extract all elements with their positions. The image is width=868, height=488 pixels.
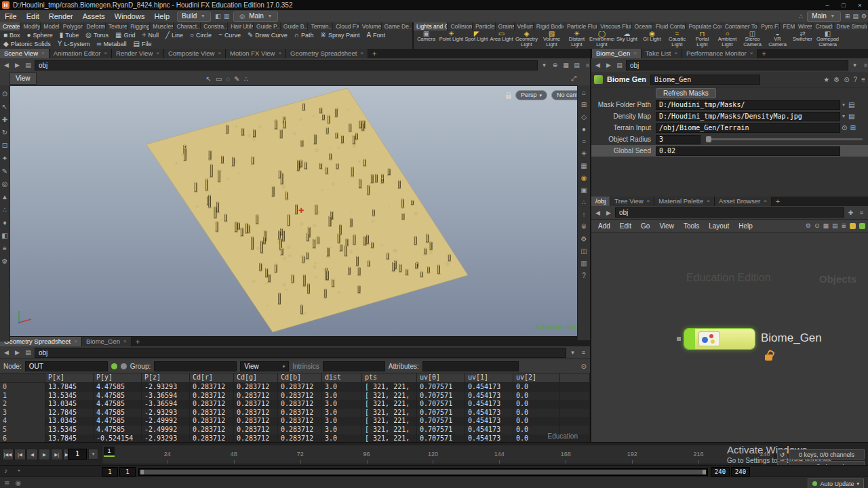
op-chooser-icon[interactable]: ⊙ [840, 124, 848, 131]
list-icon[interactable]: ≣ [841, 222, 846, 229]
sticky-note-icon[interactable] [850, 223, 856, 229]
shelf-tool-torus[interactable]: ◎Torus [82, 30, 112, 39]
shelf-tool-stereo-camera[interactable]: ◫Stereo Camera [740, 31, 765, 49]
slider-knob[interactable] [706, 136, 711, 142]
flipbook-icon[interactable]: ▥ [580, 260, 587, 267]
scale-tool-icon[interactable]: ⊡ [2, 142, 7, 149]
back-arrow-icon[interactable]: ◀ [593, 62, 602, 68]
shelf-tool-null[interactable]: +Null [139, 30, 162, 39]
shelf-tool-tube[interactable]: ▮Tube [56, 30, 83, 39]
pane-tab-composite-view[interactable]: Composite View× [164, 49, 226, 58]
spreadsheet-table[interactable]: P[x]P[y]P[z]Cd[r]Cd[g]Cd[b]distptsuv[0]u… [0, 373, 590, 443]
table-header-cell[interactable]: P[x] [45, 373, 94, 382]
spreadsheet-tab-biome_gen[interactable]: Biome_Gen× [82, 337, 132, 346]
grid-icon[interactable]: ▦ [561, 62, 570, 68]
table-row[interactable]: 013.78454.47585-2.932930.2837120.2837120… [0, 383, 590, 392]
shelf-tab[interactable]: Muscles [150, 22, 174, 30]
shelf-tool-path[interactable]: ∩Path [291, 30, 317, 39]
camera-lock-icon[interactable]: ▣ [580, 187, 587, 194]
sheet-icon[interactable]: ▤ [572, 62, 581, 68]
pane-tab-performance-monitor[interactable]: Performance Monitor× [682, 49, 757, 58]
pane-tab-render-view[interactable]: Render View× [112, 49, 164, 58]
audio-icon[interactable]: ♪ [4, 467, 7, 474]
add-icon[interactable]: ✚ [846, 209, 855, 216]
shelf-tab[interactable]: Hair Utils [228, 22, 254, 30]
shelf-tab[interactable]: Texture [106, 22, 127, 30]
pane-tab-take-list[interactable]: Take List× [642, 49, 682, 58]
sheet-icon[interactable]: ▤ [832, 222, 838, 229]
network-tab-tree-view[interactable]: Tree View× [610, 197, 654, 206]
wireframe-mode-icon[interactable]: ○ [582, 138, 586, 145]
menu-file[interactable]: File [0, 12, 22, 20]
add-pane-tab-button[interactable]: + [757, 49, 770, 58]
add-pane-tab-button[interactable]: + [132, 337, 144, 346]
file-chooser-icon[interactable]: ▤ [847, 101, 856, 108]
favorites-star-icon[interactable]: ★ [823, 76, 829, 83]
tempo-icon[interactable]: ◔ [16, 467, 20, 474]
param-field[interactable]: D:/Houdini_tmp/Masks/ [656, 100, 840, 110]
close-icon[interactable]: × [750, 49, 753, 58]
table-row[interactable]: 413.03454.47585-2.499920.2837120.2837120… [0, 417, 590, 426]
network-menu-edit[interactable]: Edit [616, 222, 635, 230]
chevron-down-icon[interactable]: ▾ [840, 113, 847, 119]
chevron-down-icon[interactable]: ▾ [540, 62, 549, 68]
range-end-field-2[interactable]: 240 [731, 467, 750, 476]
close-icon[interactable]: × [123, 337, 127, 346]
auto-update-dropdown[interactable]: Auto Update ▾ [808, 479, 864, 488]
shelf-tool-platonic-solids[interactable]: ◆Platonic Solids [0, 39, 54, 48]
snap-tool-icon[interactable]: ∴ [3, 207, 7, 214]
table-header-cell[interactable]: Cd[b] [278, 373, 322, 382]
snapshot-icon[interactable]: ◫ [580, 248, 587, 255]
param-field[interactable]: D:/Houdini_tmp/Masks/DensityMap.jpg [656, 112, 840, 121]
shelf-tab[interactable]: Container Tools [722, 22, 759, 30]
pane-divider[interactable] [590, 49, 591, 442]
unlock-icon[interactable] [765, 354, 772, 361]
shelf-tool-sphere[interactable]: ●Sphere [24, 30, 56, 39]
shelf-tool-caustic-light[interactable]: ≈Caustic Light [665, 31, 690, 49]
add-pane-tab-button[interactable]: + [368, 49, 380, 58]
shelf-tab[interactable]: Rigid Bodies [534, 22, 564, 30]
pane-link-icon[interactable]: ▤ [24, 62, 33, 68]
viewport-canvas[interactable] [0, 85, 590, 336]
close-icon[interactable]: × [674, 49, 677, 58]
message-log-icon[interactable]: ≣ [4, 479, 9, 487]
playhead[interactable]: 1 [104, 447, 115, 457]
shelf-tool-box[interactable]: ■Box [0, 30, 24, 39]
shelf-tool-distant-light[interactable]: ☀Distant Light [564, 31, 589, 49]
shelf-tab[interactable]: Deform [83, 22, 105, 30]
render-flag-icon[interactable] [121, 363, 127, 369]
prev-frame-button[interactable]: ◀ [26, 449, 38, 460]
param-field[interactable]: 3 [656, 135, 701, 144]
range-slider[interactable] [138, 468, 708, 476]
pane-divider-horizontal[interactable] [0, 336, 590, 337]
shelf-tool-volume-light[interactable]: ▨Volume Light [539, 31, 564, 49]
table-header-cell[interactable]: P[y] [94, 373, 142, 382]
snap-icon[interactable]: ∴ [244, 75, 248, 83]
shelf-tab[interactable]: Terrain... [308, 22, 333, 30]
forward-arrow-icon[interactable]: ▶ [604, 209, 613, 216]
material-icon[interactable]: ◉ [581, 175, 587, 182]
shelf-tab[interactable]: Guide P... [254, 22, 281, 30]
shelf-tool-vr-camera[interactable]: ◒VR Camera [765, 31, 790, 49]
close-icon[interactable]: × [104, 49, 107, 58]
add-pane-tab-button[interactable]: + [772, 197, 784, 206]
expand-icon[interactable]: ⤢ [571, 75, 576, 83]
close-icon[interactable]: × [707, 197, 710, 206]
shelf-tool-gamepad-camera[interactable]: ◧Gamepad Camera [815, 31, 840, 49]
network-canvas[interactable]: Education Edition Objects Biome_Gen [591, 232, 868, 443]
frame-options-dropdown[interactable]: ▾ [88, 449, 98, 460]
handles-tool-icon[interactable]: ✦ [2, 155, 7, 162]
table-header-cell[interactable]: uv[2] [513, 373, 560, 382]
lasso-select-icon[interactable]: ◌ [226, 75, 230, 83]
shelf-tab[interactable]: Volume [359, 22, 382, 30]
right-main-selector[interactable]: Main ▾ [807, 12, 841, 22]
node-field[interactable]: OUT [25, 361, 108, 371]
close-icon[interactable]: × [74, 337, 77, 346]
chevron-down-icon[interactable]: ▾ [840, 102, 847, 108]
network-menu-go[interactable]: Go [637, 222, 654, 230]
network-menu-view[interactable]: View [655, 222, 678, 230]
node-name-field[interactable]: Biome_Gen [650, 75, 760, 85]
shelf-tool-geometry-light[interactable]: ◈Geometry Light [514, 31, 539, 49]
table-header-cell[interactable]: Cd[g] [234, 373, 278, 382]
shelf-tab[interactable]: Populate Con... [686, 22, 722, 30]
